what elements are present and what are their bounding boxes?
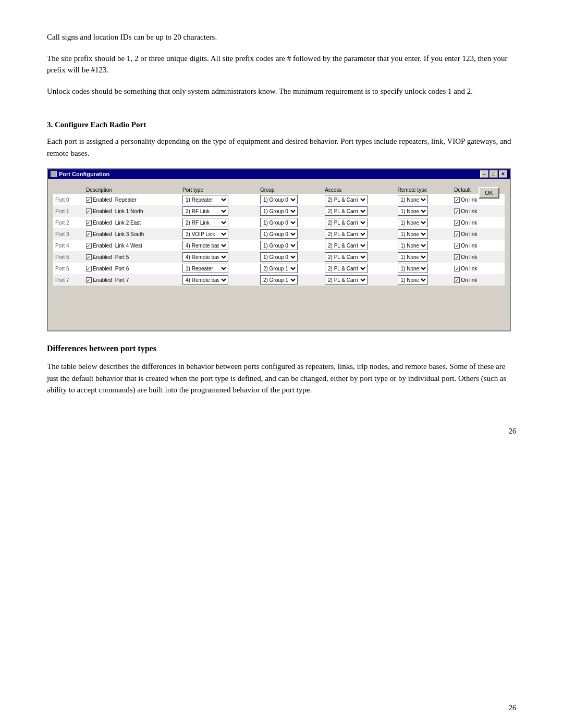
port-type-cell[interactable]: 1) Repeater [180, 263, 258, 274]
default-label: On link [461, 197, 477, 203]
paragraph-3: Unlock codes should be something that on… [47, 85, 516, 97]
window-controls[interactable]: – □ ✕ [480, 170, 507, 178]
remote-type-cell[interactable]: 1) None [396, 263, 452, 274]
remote-type-select[interactable]: 1) None [398, 195, 428, 204]
remote-type-cell[interactable]: 1) None [396, 274, 452, 286]
port-type-select[interactable]: 4) Remote base [182, 241, 228, 250]
enabled-checkbox[interactable] [86, 220, 92, 226]
access-select[interactable]: 2) PL & Carrier [325, 195, 368, 204]
default-checkbox[interactable] [454, 220, 460, 226]
group-select[interactable]: 2) Group 1 [260, 264, 298, 273]
port-type-cell[interactable]: 4) Remote base [180, 240, 258, 251]
remote-type-cell[interactable]: 1) None [396, 228, 452, 240]
port-type-cell[interactable]: 3) VOIP Link [180, 228, 258, 240]
access-select[interactable]: 2) PL & Carrier [325, 241, 368, 250]
default-checkbox[interactable] [454, 254, 460, 260]
access-cell[interactable]: 2) PL & Carrier [323, 251, 396, 263]
port-type-select[interactable]: 4) Remote base [182, 252, 228, 262]
port-type-select[interactable]: 1) Repeater [182, 264, 228, 273]
port-type-select[interactable]: 2) RF Link [182, 218, 228, 227]
port-type-select[interactable]: 4) Remote base [182, 275, 228, 285]
table-row: Port 5EnabledPort 54) Remote base1) Grou… [53, 251, 505, 263]
restore-button[interactable]: □ [489, 170, 498, 178]
remote-type-cell[interactable]: 1) None [396, 217, 452, 228]
group-cell[interactable]: 2) Group 1 [258, 263, 323, 274]
access-cell[interactable]: 2) PL & Carrier [323, 240, 396, 251]
remote-type-select[interactable]: 1) None [398, 206, 428, 216]
enabled-checkbox[interactable] [86, 277, 92, 283]
group-select[interactable]: 1) Group 0 [260, 206, 298, 216]
port-type-cell[interactable]: 2) RF Link [180, 205, 258, 217]
enabled-checkbox[interactable] [86, 231, 92, 237]
remote-type-select[interactable]: 1) None [398, 229, 428, 239]
default-checkbox[interactable] [454, 243, 460, 249]
default-checkbox[interactable] [454, 208, 460, 214]
remote-type-cell[interactable]: 1) None [396, 240, 452, 251]
access-cell[interactable]: 2) PL & Carrier [323, 205, 396, 217]
group-select[interactable]: 2) Group 1 [260, 275, 298, 285]
group-select[interactable]: 1) Group 0 [260, 229, 298, 239]
remote-type-select[interactable]: 1) None [398, 241, 428, 250]
access-cell[interactable]: 2) PL & Carrier [323, 263, 396, 274]
default-checkbox[interactable] [454, 277, 460, 283]
port-description-text: Port 5 [115, 254, 129, 260]
access-select[interactable]: 2) PL & Carrier [325, 264, 368, 273]
group-cell[interactable]: 1) Group 0 [258, 228, 323, 240]
window-title: Port Configuration [59, 171, 109, 177]
access-cell[interactable]: 2) PL & Carrier [323, 228, 396, 240]
enabled-checkbox[interactable] [86, 266, 92, 272]
access-select[interactable]: 2) PL & Carrier [325, 275, 368, 285]
enabled-checkbox[interactable] [86, 254, 92, 260]
default-checkbox[interactable] [454, 197, 460, 203]
close-button[interactable]: ✕ [499, 170, 507, 178]
default-checkbox[interactable] [454, 266, 460, 272]
enabled-checkbox[interactable] [86, 243, 92, 249]
access-cell[interactable]: 2) PL & Carrier [323, 217, 396, 228]
remote-type-select[interactable]: 1) None [398, 264, 428, 273]
access-select[interactable]: 2) PL & Carrier [325, 218, 368, 227]
default-checkbox[interactable] [454, 231, 460, 237]
port-label: Port 2 [53, 217, 84, 228]
remote-type-cell[interactable]: 1) None [396, 205, 452, 217]
access-cell[interactable]: 2) PL & Carrier [323, 274, 396, 286]
enabled-checkbox[interactable] [86, 208, 92, 214]
remote-type-select[interactable]: 1) None [398, 218, 428, 227]
port-label: Port 1 [53, 205, 84, 217]
titlebar-left: Port Configuration [51, 171, 109, 177]
enabled-label: Enabled [93, 277, 112, 283]
access-cell[interactable]: 2) PL & Carrier [323, 194, 396, 205]
default-cell: On link [452, 263, 505, 274]
group-select[interactable]: 1) Group 0 [260, 218, 298, 227]
group-cell[interactable]: 1) Group 0 [258, 240, 323, 251]
group-cell[interactable]: 1) Group 0 [258, 251, 323, 263]
group-cell[interactable]: 1) Group 0 [258, 194, 323, 205]
port-type-select[interactable]: 2) RF Link [182, 206, 228, 216]
access-select[interactable]: 2) PL & Carrier [325, 229, 368, 239]
table-row: Port 7EnabledPort 74) Remote base2) Grou… [53, 274, 505, 286]
remote-type-select[interactable]: 1) None [398, 252, 428, 262]
remote-type-cell[interactable]: 1) None [396, 251, 452, 263]
port-type-cell[interactable]: 2) RF Link [180, 217, 258, 228]
ok-button[interactable]: OK [479, 187, 499, 199]
access-select[interactable]: 2) PL & Carrier [325, 252, 368, 262]
port-type-select[interactable]: 3) VOIP Link [182, 229, 228, 239]
minimize-button[interactable]: – [480, 170, 488, 178]
port-type-cell[interactable]: 1) Repeater [180, 194, 258, 205]
table-row: Port 4EnabledLink 4 West4) Remote base1)… [53, 240, 505, 251]
port-type-cell[interactable]: 4) Remote base [180, 274, 258, 286]
port-label: Port 6 [53, 263, 84, 274]
group-cell[interactable]: 2) Group 1 [258, 274, 323, 286]
group-select[interactable]: 1) Group 0 [260, 252, 298, 262]
group-select[interactable]: 1) Group 0 [260, 241, 298, 250]
group-cell[interactable]: 1) Group 0 [258, 205, 323, 217]
group-cell[interactable]: 1) Group 0 [258, 217, 323, 228]
group-select[interactable]: 1) Group 0 [260, 195, 298, 204]
port-description-text: Link 3 South [115, 231, 144, 237]
access-select[interactable]: 2) PL & Carrier [325, 206, 368, 216]
port-type-cell[interactable]: 4) Remote base [180, 251, 258, 263]
remote-type-select[interactable]: 1) None [398, 275, 428, 285]
default-cell: On link [452, 228, 505, 240]
enabled-checkbox[interactable] [86, 197, 92, 203]
remote-type-cell[interactable]: 1) None [396, 194, 452, 205]
port-type-select[interactable]: 1) Repeater [182, 195, 228, 204]
